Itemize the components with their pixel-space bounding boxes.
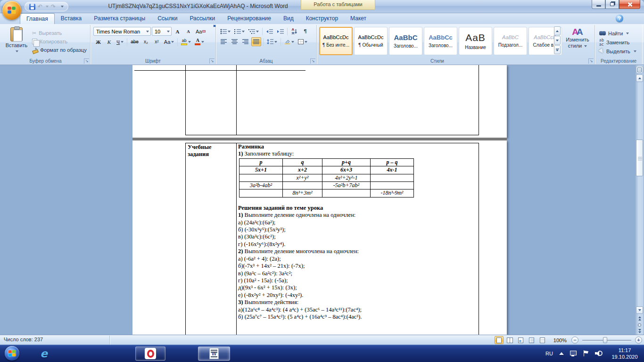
table-cell[interactable] [283,182,322,189]
table-cell[interactable]: p+q [322,158,371,166]
style-card[interactable]: AaBbCcDc¶ Без инте... [319,27,353,55]
justify-button[interactable] [251,37,261,46]
zoom-level[interactable]: 100% [553,337,567,343]
table-cell[interactable] [239,189,283,197]
network-icon[interactable] [570,351,577,356]
line-spacing-dropdown-icon[interactable] [274,41,277,43]
align-center-button[interactable] [230,37,239,46]
highlight-dropdown-icon[interactable] [188,41,191,43]
table-cell[interactable]: p [239,158,283,166]
start-button[interactable] [5,346,19,361]
shrink-font-button[interactable]: А [183,27,193,36]
select-dropdown-icon[interactable] [634,50,636,52]
change-styles-dropdown-icon[interactable] [584,45,587,47]
sort-button[interactable]: АЯ [289,27,299,36]
change-styles-button[interactable]: AA Изменить стили [562,27,593,49]
clear-formatting-button[interactable]: Aa [194,27,207,36]
style-card[interactable]: AaBНазвание [459,27,492,55]
tab-рассылки[interactable]: Рассылки [183,14,221,24]
borders-dropdown-icon[interactable] [305,41,307,43]
page-1[interactable] [132,65,507,138]
font-color-dropdown-icon[interactable] [201,41,204,43]
volume-icon[interactable] [595,350,603,356]
vertical-scrollbar[interactable] [636,65,644,335]
tab-макет[interactable]: Макет [344,14,372,24]
style-card[interactable]: AaBbCcЗаголово... [424,27,457,55]
clock[interactable]: 11:17 19.10.2020 [609,347,640,360]
paste-button[interactable]: Вставить [4,26,29,58]
select-button[interactable]: Выделить [599,47,640,56]
decrease-indent-button[interactable] [264,27,274,36]
change-case-dropdown-icon[interactable] [171,41,174,43]
tab-рецензирование[interactable]: Рецензирование [221,14,277,24]
undo-dropdown-icon[interactable] [46,6,49,8]
styles-scroll-down-icon[interactable] [554,36,561,45]
styles-more-icon[interactable] [554,45,561,54]
zoom-in-button[interactable]: + [635,337,642,344]
multilevel-dropdown-icon[interactable] [256,31,259,33]
opera-taskbar-button[interactable] [135,346,165,361]
tab-вид[interactable]: Вид [277,14,300,24]
align-left-button[interactable] [219,37,229,46]
font-color-button[interactable]: А [193,37,206,46]
underline-dropdown-icon[interactable] [121,41,124,43]
align-right-button[interactable] [240,37,250,46]
find-button[interactable]: Найти [599,29,640,38]
minimize-button[interactable] [592,0,605,9]
table-cell[interactable]: 5x+1 [239,166,283,174]
tab-ссылки[interactable]: Ссылки [151,14,183,24]
document-content[interactable]: Разминка 1) Заполните таблицу: pqp+qp – … [238,143,478,321]
scroll-down-button[interactable] [636,306,643,314]
underline-button[interactable]: Ч [115,37,125,46]
bullets-button[interactable] [219,27,232,36]
fullscreen-reading-view-button[interactable] [505,336,514,344]
zoom-out-button[interactable]: – [571,337,578,344]
table-cell[interactable]: 8n³+3m² [283,189,322,197]
multilevel-list-button[interactable] [247,27,260,36]
scrollbar-thumb[interactable] [636,140,643,176]
table-cell[interactable]: 3a²b-4ab² [239,182,283,189]
undo-icon[interactable]: ↶ [38,4,42,9]
zoom-slider[interactable] [582,337,631,344]
previous-page-button[interactable] [636,315,643,321]
paste-dropdown-icon[interactable] [16,50,18,52]
draft-view-button[interactable] [538,336,547,344]
table-cell[interactable]: q [283,158,322,166]
word-count[interactable]: Число слов: 237 [4,337,43,342]
clipboard-dialog-launcher[interactable]: ↘ [84,58,89,64]
line-spacing-button[interactable] [265,37,279,46]
strikethrough-button[interactable]: abe [129,37,140,46]
bold-button[interactable]: Ж [93,37,103,46]
ruler-toggle-button[interactable] [636,66,643,74]
table-cell[interactable]: x²+y² [283,174,322,181]
tab-главная[interactable]: Главная [20,13,55,24]
next-page-button[interactable] [636,328,643,334]
word-taskbar-button[interactable]: W [198,346,230,361]
table-cell[interactable]: p – q [371,158,414,166]
tab-разметка-страницы[interactable]: Разметка страницы [88,14,151,24]
increase-indent-button[interactable] [275,27,285,36]
copy-button[interactable]: Копировать [32,37,89,46]
numbering-button[interactable] [233,27,246,36]
styles-dialog-launcher[interactable]: ↘ [588,58,594,64]
style-card[interactable]: AaBbCПодзагол... [494,27,527,55]
superscript-button[interactable]: x² [152,37,162,46]
grow-font-button[interactable]: А [173,27,182,36]
numbering-dropdown-icon[interactable] [242,31,245,33]
outline-view-button[interactable] [527,336,536,344]
show-hidden-icons-icon[interactable] [559,352,564,355]
table-cell[interactable] [371,174,414,181]
tab-вставка[interactable]: Вставка [55,14,88,24]
redo-icon[interactable]: ↷ [51,4,56,9]
table-cell[interactable]: 4x²+2y²-1 [322,174,371,181]
show-marks-button[interactable]: ¶ [300,27,310,36]
font-size-dropdown-icon[interactable] [167,31,170,33]
office-button[interactable] [2,1,21,20]
table-cell[interactable]: 6x+3 [322,166,371,174]
styles-scroll-up-icon[interactable] [554,26,561,35]
close-button[interactable] [619,0,640,9]
shading-dropdown-icon[interactable] [291,41,294,43]
font-size-combo[interactable]: 10 [152,27,172,36]
cut-button[interactable]: ✂Вырезать [32,29,89,37]
web-layout-view-button[interactable] [516,336,525,344]
